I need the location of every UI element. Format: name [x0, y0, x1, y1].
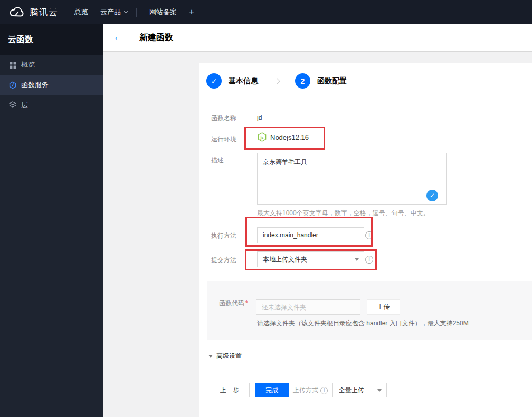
sidebar-item-layers[interactable]: 层: [0, 95, 103, 115]
description-label: 描述: [211, 156, 224, 165]
upload-mode-select[interactable]: 全量上传: [332, 383, 387, 397]
nav-divider: [136, 8, 137, 17]
upload-mode-label-group: 上传方式 i: [293, 386, 328, 395]
nav-overview[interactable]: 总览: [74, 0, 88, 24]
svg-text:js: js: [260, 135, 264, 140]
sidebar-item-overview[interactable]: 概览: [0, 55, 103, 75]
function-code-hint: 请选择文件夹（该文件夹根目录应包含 handler 入口文件），最大支持250M: [257, 319, 469, 328]
page: 腾讯云 总览 云产品 网站备案 + 云函数 概览: [0, 0, 532, 417]
advanced-settings-label: 高级设置: [216, 352, 242, 361]
advanced-settings-toggle[interactable]: 高级设置: [208, 352, 242, 361]
description-hint: 最大支持1000个英文字母，数字，空格，逗号、句号、中文。: [257, 209, 430, 218]
runtime-label: 运行环境: [211, 135, 236, 144]
page-title: 新建函数: [139, 32, 173, 43]
step2-label: 函数配置: [317, 76, 347, 86]
upload-mode-label: 上传方式: [293, 386, 318, 395]
upload-mode-value: 全量上传: [339, 386, 364, 394]
add-product-tab-button[interactable]: +: [189, 0, 194, 24]
sidebar-item-label: 函数服务: [21, 80, 49, 90]
nodejs-icon: js: [258, 132, 267, 142]
sidebar-item-label: 层: [21, 100, 28, 110]
page-header: ← 新建函数: [103, 24, 532, 52]
sidebar-item-function-service[interactable]: 函数服务: [0, 75, 103, 95]
submit-method-label: 提交方法: [211, 256, 236, 265]
wizard-steps: ✓ 基本信息 2 函数配置: [206, 73, 347, 89]
submit-method-select[interactable]: 本地上传文件夹: [257, 251, 364, 267]
handler-label: 执行方法: [211, 231, 236, 240]
function-name-value: jd: [257, 114, 262, 121]
topbar: 腾讯云 总览 云产品 网站备案 +: [0, 0, 532, 24]
nav-cloud-products[interactable]: 云产品: [100, 0, 127, 24]
grid-icon: [9, 61, 16, 69]
back-button[interactable]: ←: [113, 31, 123, 43]
steps-divider: [208, 99, 522, 99]
chevron-down-icon: [124, 9, 128, 13]
description-textarea[interactable]: 京东薅羊毛工具: [257, 153, 446, 205]
function-code-section: 函数代码* 上传 请选择文件夹（该文件夹根目录应包含 handler 入口文件）…: [207, 281, 532, 340]
step2-number: 2: [295, 73, 310, 89]
brand[interactable]: 腾讯云: [8, 0, 58, 24]
layers-icon: [9, 101, 16, 109]
handler-info-icon[interactable]: i: [365, 231, 373, 239]
sidebar-title: 云函数: [0, 24, 103, 55]
submit-method-info-icon[interactable]: i: [365, 256, 373, 264]
runtime-value: js Nodejs12.16: [258, 132, 309, 142]
function-name-label: 函数名称: [211, 114, 236, 123]
description-valid-icon: ✓: [426, 190, 438, 201]
submit-method-value: 本地上传文件夹: [263, 256, 307, 263]
step-chevron-icon: [274, 78, 280, 84]
function-code-label: 函数代码*: [219, 299, 248, 308]
finish-button[interactable]: 完成: [255, 383, 289, 397]
triangle-down-icon: [208, 355, 213, 358]
step1-check-icon: ✓: [206, 73, 222, 89]
upload-button[interactable]: 上传: [367, 299, 400, 315]
tencent-cloud-logo-icon: [8, 6, 25, 18]
nav-cloud-products-label: 云产品: [100, 7, 121, 17]
sidebar-item-label: 概览: [21, 60, 35, 70]
folder-path-input[interactable]: [256, 299, 360, 315]
handler-input[interactable]: [257, 227, 364, 243]
function-code-label-text: 函数代码: [219, 299, 244, 307]
new-function-card: ✓ 基本信息 2 函数配置 函数名称 jd 运行环境 js Nodejs12.1…: [200, 63, 532, 417]
upload-mode-info-icon[interactable]: i: [320, 387, 328, 394]
select-caret-icon: [355, 258, 359, 261]
brand-name: 腾讯云: [30, 6, 58, 18]
previous-step-button[interactable]: 上一步: [210, 383, 250, 397]
required-asterisk: *: [245, 299, 248, 307]
select-caret-icon: [377, 389, 382, 392]
function-hexagon-icon: [9, 81, 16, 89]
nav-icp-record[interactable]: 网站备案: [149, 0, 177, 24]
runtime-value-text: Nodejs12.16: [270, 133, 309, 141]
step1-label: 基本信息: [229, 76, 258, 86]
sidebar: 云函数 概览 函数服务: [0, 24, 103, 417]
